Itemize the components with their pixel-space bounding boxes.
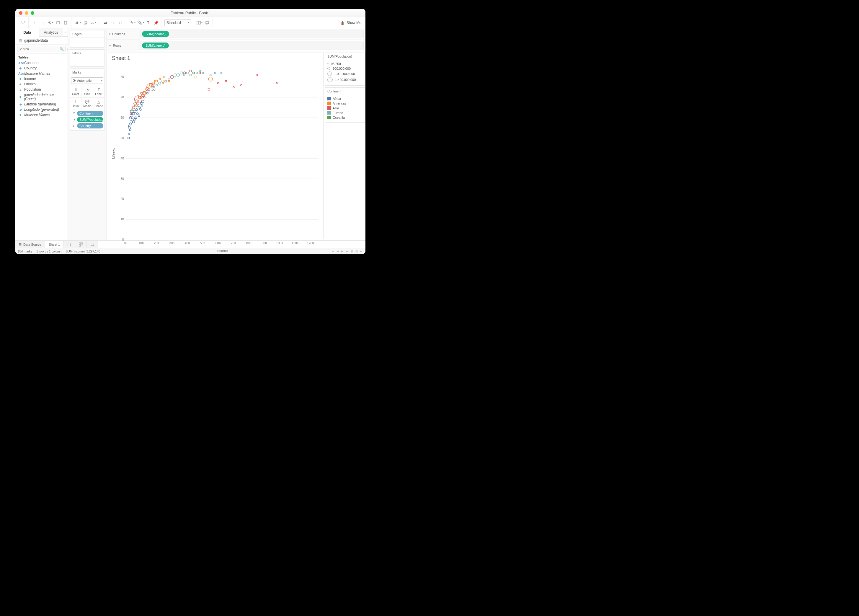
undo-button[interactable]: ←: [31, 19, 39, 26]
chart-mark[interactable]: [208, 88, 210, 91]
chart-mark[interactable]: [208, 77, 213, 81]
chart-mark[interactable]: [159, 82, 161, 84]
chart-mark[interactable]: [168, 80, 170, 82]
prev-page-button[interactable]: ◀: [336, 250, 339, 253]
tab-data[interactable]: Data: [16, 28, 39, 36]
chart-mark[interactable]: [177, 73, 180, 76]
show-cards-button[interactable]: [196, 19, 203, 26]
filters-card[interactable]: Filters: [70, 49, 105, 67]
sheet-title[interactable]: Sheet 1: [108, 53, 323, 63]
new-datasource-button[interactable]: [55, 19, 62, 26]
zoom-window-button[interactable]: [31, 11, 34, 15]
field-income[interactable]: #Income: [16, 76, 67, 81]
field-longitude-generated-[interactable]: ⊕Longitude (generated): [16, 107, 67, 112]
chart-mark[interactable]: [196, 72, 197, 74]
grid-view-button[interactable]: ▦: [351, 250, 354, 253]
field-gapminderdata-csv-count-[interactable]: #gapminderdata.csv (Count): [16, 92, 67, 102]
chart-mark[interactable]: [199, 72, 201, 74]
new-dashboard-button[interactable]: +: [75, 241, 87, 248]
chart-mark[interactable]: [134, 111, 136, 113]
show-me-button[interactable]: Show Me: [339, 21, 363, 25]
chart-mark[interactable]: [180, 72, 183, 74]
last-page-button[interactable]: ⏭: [346, 250, 349, 253]
chart-mark[interactable]: [162, 82, 164, 84]
color-legend-item-europe[interactable]: Europe: [327, 111, 363, 115]
chart-mark[interactable]: [138, 115, 140, 117]
chart-mark[interactable]: [141, 105, 143, 106]
next-page-button[interactable]: ▶: [341, 250, 344, 253]
chart-mark[interactable]: [129, 129, 131, 131]
tab-analytics[interactable]: Analytics: [39, 28, 63, 36]
size-legend[interactable]: SUM(Population) 95.200500.000.0001.000.0…: [325, 53, 365, 86]
chart-mark[interactable]: [256, 74, 258, 76]
duplicate-button[interactable]: [82, 19, 89, 26]
field-continent[interactable]: AbcContinent: [16, 60, 67, 66]
sort-desc-button[interactable]: [117, 19, 124, 26]
clear-button[interactable]: ×: [90, 19, 97, 26]
chart-mark[interactable]: [147, 92, 148, 94]
marks-shape-button[interactable]: △Shape: [93, 98, 105, 109]
chart-mark[interactable]: [140, 109, 141, 111]
chart-mark[interactable]: [174, 74, 176, 77]
chart-mark[interactable]: [276, 82, 278, 84]
chart-mark[interactable]: [139, 106, 141, 108]
field-latitude-generated-[interactable]: ⊕Latitude (generated): [16, 102, 67, 107]
chart-mark[interactable]: [136, 109, 137, 111]
single-view-button[interactable]: ■: [360, 250, 363, 253]
field-country[interactable]: ⊕Country: [16, 66, 67, 71]
new-worksheet-toolbar-button[interactable]: +: [62, 19, 69, 26]
color-legend[interactable]: Continent AfricaAmericasAsiaEuropeOceani…: [325, 88, 365, 122]
chart-mark[interactable]: [225, 80, 227, 82]
marks-color-button[interactable]: ⠿Color: [70, 86, 81, 98]
chart-mark[interactable]: [134, 105, 136, 106]
color-legend-item-americas[interactable]: Americas: [327, 101, 363, 106]
mark-pill-sum-populatio-[interactable]: SUM(Populatio..: [77, 117, 103, 122]
pages-card[interactable]: Pages: [70, 30, 105, 47]
mark-pill-continent[interactable]: Continent: [77, 111, 103, 116]
chart-mark[interactable]: [156, 84, 158, 86]
minimize-window-button[interactable]: [25, 11, 28, 15]
marks-detail-button[interactable]: ⠇Detail: [70, 98, 81, 109]
presentation-mode-button[interactable]: [204, 19, 211, 26]
chart-mark[interactable]: [214, 72, 216, 73]
list-view-button[interactable]: ▤: [355, 250, 358, 253]
chart-mark[interactable]: [189, 70, 192, 72]
chart-mark[interactable]: [184, 74, 185, 76]
chart-mark[interactable]: [165, 80, 167, 82]
chart-mark[interactable]: [189, 74, 191, 76]
show-labels-button[interactable]: T: [145, 19, 152, 26]
field-lifeexp[interactable]: #Lifeexp: [16, 81, 67, 87]
chart-mark[interactable]: [128, 133, 130, 135]
chart-mark[interactable]: [149, 84, 151, 86]
mark-pill-country[interactable]: Country: [77, 123, 103, 128]
rows-shelf[interactable]: ≡Rows SUM(Lifeexp): [107, 40, 365, 52]
group-button[interactable]: 📎: [137, 19, 144, 26]
redo-button[interactable]: →: [39, 19, 46, 26]
sort-asc-button[interactable]: [109, 19, 117, 26]
marks-tooltip-button[interactable]: 💬Tooltip: [81, 98, 93, 109]
chart-mark[interactable]: [217, 82, 219, 84]
save-button[interactable]: ⟲: [47, 19, 54, 26]
chart-mark[interactable]: [159, 78, 160, 80]
new-worksheet-button[interactable]: +: [64, 241, 75, 248]
sheet-tab[interactable]: Sheet 1: [45, 241, 64, 249]
chart-mark[interactable]: [184, 72, 185, 74]
mark-type-select[interactable]: ⦿Automatic: [71, 77, 103, 84]
chart-mark[interactable]: [151, 86, 153, 88]
color-legend-item-asia[interactable]: Asia: [327, 106, 363, 111]
field-measure-values[interactable]: #Measure Values: [16, 112, 67, 117]
swap-rows-columns-button[interactable]: ⇄: [102, 19, 109, 26]
marks-label-button[interactable]: TLabel: [93, 86, 105, 98]
highlight-button[interactable]: ✎: [129, 19, 136, 26]
chart-mark[interactable]: [220, 72, 222, 74]
color-legend-item-africa[interactable]: Africa: [327, 96, 363, 101]
columns-pill[interactable]: SUM(Income): [142, 31, 169, 37]
chart-mark[interactable]: [168, 78, 170, 80]
chart-mark[interactable]: [132, 106, 135, 109]
viz-pane[interactable]: Sheet 1 010203040506070800K10K20K30K40K5…: [108, 53, 323, 239]
pin-button[interactable]: 📌: [152, 19, 159, 26]
chart-mark[interactable]: [129, 127, 131, 129]
chart-mark[interactable]: [233, 86, 234, 88]
chart-mark[interactable]: [141, 92, 142, 94]
data-source-tab[interactable]: ⊟Data Source: [16, 241, 45, 248]
